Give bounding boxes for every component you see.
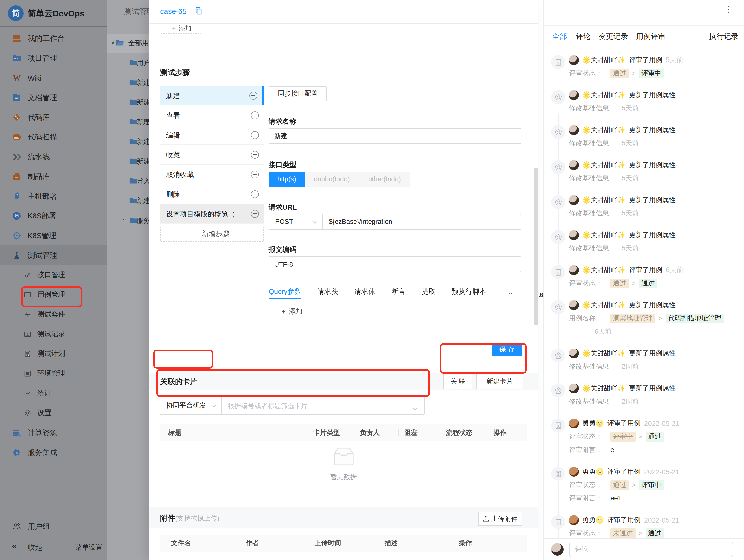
api-type-option[interactable]: other(todo) xyxy=(360,172,410,187)
tabs-overflow-icon[interactable]: … xyxy=(508,284,515,299)
remove-step-icon[interactable] xyxy=(251,151,259,159)
api-type-option[interactable]: dubbo(todo) xyxy=(305,172,360,187)
param-tab[interactable]: Query参数 xyxy=(269,284,301,299)
menu-settings-button[interactable]: 菜单设置 xyxy=(75,543,103,552)
api-type-option[interactable]: http(s) xyxy=(269,172,305,187)
sidebar-item-compute[interactable]: 计算资源 xyxy=(0,423,108,443)
sidebar-item-plan[interactable]: 测试计划 xyxy=(0,344,108,364)
activity-tab-4[interactable]: 用例评审 xyxy=(636,32,666,41)
sidebar-item-docs[interactable]: 文档管理 xyxy=(0,88,108,108)
activity-tab-1[interactable]: 全部 xyxy=(552,32,567,41)
sync-api-config-button[interactable]: 同步接口配置 xyxy=(269,86,327,101)
change-line: 评审状态：通过>评审中 xyxy=(569,68,738,78)
activity-tab-3[interactable]: 变更记录 xyxy=(599,32,628,41)
sidebar-item-stats[interactable]: 统计 xyxy=(0,383,108,403)
http-method-select[interactable]: POST xyxy=(269,214,323,230)
sidebar-item-case[interactable]: 用例管理 xyxy=(0,285,108,305)
activity-tab-5[interactable]: 执行记录 xyxy=(709,32,739,41)
detail-line: 修改基础信息5天前 xyxy=(569,208,738,218)
sidebar-item-integration[interactable]: 服务集成 xyxy=(0,443,108,462)
tree-node[interactable]: 新建 xyxy=(108,191,149,211)
tree-node-label: 新建 xyxy=(137,78,149,87)
request-name-input[interactable] xyxy=(269,128,521,144)
remove-step-icon[interactable] xyxy=(251,190,259,198)
test-step-item[interactable]: 收藏 xyxy=(160,145,264,165)
entry-time: 5天前 xyxy=(666,56,683,65)
test-step-item[interactable]: 新建 xyxy=(160,86,264,106)
tree-node-label: 新建 xyxy=(137,157,149,166)
request-url-input[interactable]: ${ezBase}/integration xyxy=(323,214,521,230)
add-step-button[interactable]: ＋新增步骤 xyxy=(160,226,264,241)
sidebar-item-suite[interactable]: 测试套件 xyxy=(0,305,108,324)
case-id-link[interactable]: case-65 xyxy=(160,7,187,15)
sidebar-item-settings[interactable]: 设置 xyxy=(0,403,108,423)
tree-expander-icon[interactable]: ∨ xyxy=(111,39,115,46)
sidebar-item-workbench[interactable]: 我的工作台 xyxy=(0,29,108,48)
param-tab[interactable]: 请求头 xyxy=(318,284,338,299)
test-step-item[interactable]: 取消收藏 xyxy=(160,165,264,184)
main-scrollbar-thumb[interactable] xyxy=(534,167,538,325)
encoding-input[interactable] xyxy=(269,256,521,272)
tree-expander-icon[interactable]: › xyxy=(123,217,124,223)
attachments-title: 附件(支持拖拽上传) xyxy=(160,514,219,523)
add-button-clipped[interactable]: ＋ 添加 xyxy=(161,25,201,34)
sidebar-item-project[interactable]: 项目管理 xyxy=(0,48,108,68)
remove-step-icon[interactable] xyxy=(251,111,259,119)
test-step-item[interactable]: 查看 xyxy=(160,106,264,125)
add-param-button[interactable]: ＋ 添加 xyxy=(269,303,314,320)
test-step-item[interactable]: 编辑 xyxy=(160,125,264,145)
remove-step-icon[interactable] xyxy=(251,131,259,139)
sidebar-item-test-manage[interactable]: 测试管理 xyxy=(0,246,108,265)
test-step-item[interactable]: 删除 xyxy=(160,184,264,204)
tree-node[interactable]: 新建 xyxy=(108,73,149,93)
param-tab[interactable]: 断言 xyxy=(392,284,405,299)
card-project-select[interactable]: 协同平台研发 xyxy=(160,397,222,415)
create-card-button[interactable]: 新建卡片 xyxy=(476,373,523,389)
copy-case-id-icon[interactable] xyxy=(195,7,202,15)
sidebar-item-wiki[interactable]: WWiki xyxy=(0,68,108,88)
param-tab[interactable]: 请求体 xyxy=(355,284,375,299)
entry-author: 🌟关甜甜吖✨ xyxy=(582,301,625,309)
sidebar-item-user-group[interactable]: 用户组 xyxy=(0,517,108,536)
param-tab[interactable]: 提取 xyxy=(421,284,435,299)
upload-attachment-button[interactable]: 上传附件 xyxy=(478,512,522,526)
tree-node[interactable]: ∨全部用 xyxy=(108,34,149,53)
sidebar-item-scan[interactable]: 代码扫描 xyxy=(0,127,108,147)
tree-node[interactable]: ›服务 xyxy=(108,211,149,231)
collapse-sidebar-button[interactable]: 收起 xyxy=(28,543,42,552)
sidebar-item-pipeline[interactable]: 流水线 xyxy=(0,147,108,166)
more-menu-icon[interactable]: ⋮ xyxy=(725,4,733,14)
activity-entry: 🌟关甜甜吖✨更新了用例属性用例名称洞冥地址管理>代码扫描地址管理6天前 xyxy=(551,300,738,337)
sidebar-item-env[interactable]: 环境管理 xyxy=(0,364,108,383)
collapse-sidebar-icon[interactable]: « xyxy=(12,541,17,552)
tree-node[interactable]: 导入 xyxy=(108,172,149,191)
comment-input[interactable] xyxy=(569,542,733,557)
sidebar-item-api[interactable]: 接口管理 xyxy=(0,265,108,285)
link-card-button[interactable]: 关 联 xyxy=(443,373,472,389)
param-tab[interactable]: 预执行脚本 xyxy=(452,284,486,299)
remove-step-icon[interactable] xyxy=(250,92,257,100)
tree-node[interactable]: 新建 xyxy=(108,93,149,112)
save-button[interactable]: 保 存 xyxy=(491,343,522,357)
remove-step-icon[interactable] xyxy=(251,171,259,179)
sidebar-item-record[interactable]: 测试记录 xyxy=(0,324,108,344)
cards-empty-state: 暂无数据 xyxy=(149,446,538,482)
sidebar-item-rocket[interactable]: 主机部署 xyxy=(0,186,108,206)
tree-node[interactable]: 新建 xyxy=(108,152,149,172)
remove-step-icon[interactable] xyxy=(251,210,259,218)
new-value: 评审中 xyxy=(639,68,664,78)
column-header: 上传时间 xyxy=(314,539,384,548)
sidebar-item-k8s-deploy[interactable]: K8S部署 xyxy=(0,206,108,226)
tree-node[interactable]: 用户 xyxy=(108,53,149,73)
sidebar-item-k8s-manage[interactable]: K8S管理 xyxy=(0,226,108,246)
tree-node[interactable]: 新建 xyxy=(108,112,149,132)
activity-tab-2[interactable]: 评论 xyxy=(576,32,591,41)
folder-icon xyxy=(129,79,138,86)
sidebar-item-repo[interactable]: 代码库 xyxy=(0,108,108,127)
card-search-input[interactable] xyxy=(222,397,424,415)
tree-panel-title: 测试管理 xyxy=(124,7,149,16)
sidebar-item-artifact[interactable]: 制品库 xyxy=(0,166,108,186)
tree-node[interactable]: 新建 xyxy=(108,132,149,152)
test-step-item[interactable]: 设置项目模版的概览（... xyxy=(160,204,264,224)
activity-entry: 勇勇🌝评审了用例2022-05-21评审状态：评审中>通过评审附言：e xyxy=(551,418,738,455)
